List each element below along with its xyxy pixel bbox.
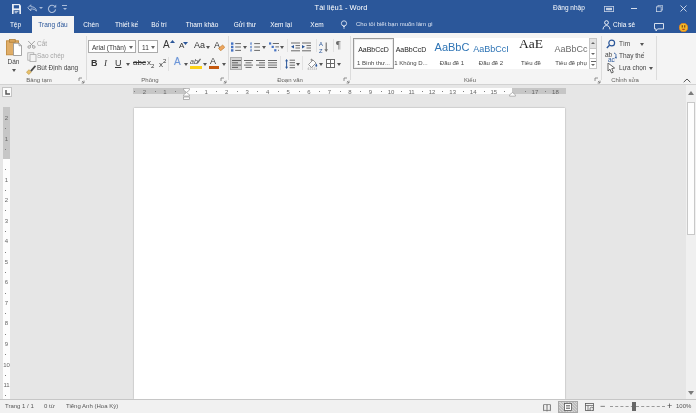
svg-text:ab: ab [190, 58, 198, 65]
svg-text:A: A [319, 41, 323, 47]
svg-text:ac: ac [608, 56, 616, 62]
svg-text:Z: Z [319, 48, 323, 54]
